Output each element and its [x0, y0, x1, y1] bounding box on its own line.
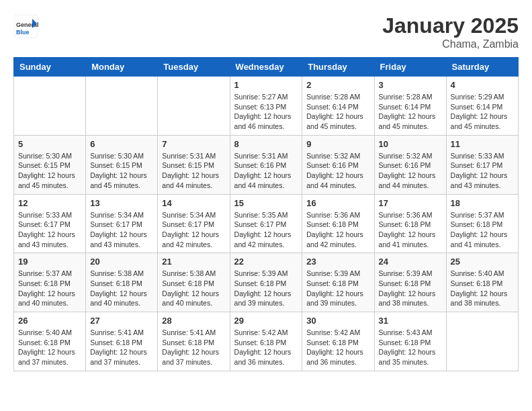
weekday-header-thursday: Thursday	[302, 58, 374, 77]
calendar-cell: 28Sunrise: 5:41 AMSunset: 6:18 PMDayligh…	[158, 312, 230, 371]
day-info: Sunrise: 5:28 AMSunset: 6:14 PMDaylight:…	[379, 92, 442, 132]
day-number: 26	[18, 316, 81, 326]
day-number: 18	[451, 198, 514, 208]
calendar-week-row: 1Sunrise: 5:27 AMSunset: 6:13 PMDaylight…	[14, 77, 519, 136]
weekday-header-saturday: Saturday	[446, 58, 518, 77]
day-number: 13	[90, 198, 153, 208]
calendar-cell: 14Sunrise: 5:34 AMSunset: 6:17 PMDayligh…	[158, 194, 230, 253]
weekday-header-wednesday: Wednesday	[230, 58, 302, 77]
calendar-cell	[14, 77, 86, 136]
month-title: January 2025	[382, 13, 519, 38]
day-info: Sunrise: 5:39 AMSunset: 6:18 PMDaylight:…	[379, 269, 442, 308]
logo-icon: General Blue	[13, 13, 39, 39]
day-info: Sunrise: 5:32 AMSunset: 6:16 PMDaylight:…	[306, 151, 369, 191]
calendar-cell: 26Sunrise: 5:40 AMSunset: 6:18 PMDayligh…	[14, 312, 86, 371]
calendar-week-row: 5Sunrise: 5:30 AMSunset: 6:15 PMDaylight…	[14, 135, 519, 194]
day-number: 27	[90, 316, 153, 326]
calendar-cell: 18Sunrise: 5:37 AMSunset: 6:18 PMDayligh…	[446, 194, 518, 253]
calendar-week-row: 26Sunrise: 5:40 AMSunset: 6:18 PMDayligh…	[14, 312, 519, 371]
calendar-cell: 17Sunrise: 5:36 AMSunset: 6:18 PMDayligh…	[374, 194, 446, 253]
calendar-cell: 23Sunrise: 5:39 AMSunset: 6:18 PMDayligh…	[302, 253, 374, 312]
day-number: 3	[379, 80, 442, 90]
day-number: 23	[306, 257, 369, 267]
calendar-cell: 5Sunrise: 5:30 AMSunset: 6:15 PMDaylight…	[14, 135, 86, 194]
calendar-cell: 15Sunrise: 5:35 AMSunset: 6:17 PMDayligh…	[230, 194, 302, 253]
location-title: Chama, Zambia	[382, 38, 519, 50]
weekday-header-sunday: Sunday	[14, 58, 86, 77]
day-number: 5	[18, 139, 81, 149]
day-info: Sunrise: 5:40 AMSunset: 6:18 PMDaylight:…	[18, 328, 81, 367]
calendar-cell: 1Sunrise: 5:27 AMSunset: 6:13 PMDaylight…	[230, 77, 302, 136]
day-number: 6	[90, 139, 153, 149]
day-info: Sunrise: 5:36 AMSunset: 6:18 PMDaylight:…	[306, 210, 369, 250]
day-info: Sunrise: 5:42 AMSunset: 6:18 PMDaylight:…	[234, 328, 298, 367]
calendar-cell: 30Sunrise: 5:42 AMSunset: 6:18 PMDayligh…	[302, 312, 374, 371]
day-number: 1	[234, 80, 298, 90]
day-number: 31	[379, 316, 442, 326]
day-number: 9	[306, 139, 369, 149]
calendar-cell: 16Sunrise: 5:36 AMSunset: 6:18 PMDayligh…	[302, 194, 374, 253]
day-info: Sunrise: 5:37 AMSunset: 6:18 PMDaylight:…	[18, 269, 81, 308]
svg-text:Blue: Blue	[16, 29, 30, 36]
day-info: Sunrise: 5:41 AMSunset: 6:18 PMDaylight:…	[162, 328, 225, 367]
day-info: Sunrise: 5:42 AMSunset: 6:18 PMDaylight:…	[306, 328, 369, 367]
day-info: Sunrise: 5:34 AMSunset: 6:17 PMDaylight:…	[162, 210, 225, 250]
day-number: 8	[234, 139, 298, 149]
day-number: 28	[162, 316, 225, 326]
calendar-cell: 11Sunrise: 5:33 AMSunset: 6:17 PMDayligh…	[446, 135, 518, 194]
calendar-week-row: 12Sunrise: 5:33 AMSunset: 6:17 PMDayligh…	[14, 194, 519, 253]
title-block: January 2025 Chama, Zambia	[382, 13, 519, 50]
calendar-cell: 21Sunrise: 5:38 AMSunset: 6:18 PMDayligh…	[158, 253, 230, 312]
day-info: Sunrise: 5:40 AMSunset: 6:18 PMDaylight:…	[451, 269, 514, 308]
calendar-cell: 10Sunrise: 5:32 AMSunset: 6:16 PMDayligh…	[374, 135, 446, 194]
day-number: 21	[162, 257, 225, 267]
day-number: 4	[451, 80, 514, 90]
day-info: Sunrise: 5:33 AMSunset: 6:17 PMDaylight:…	[451, 151, 514, 191]
day-info: Sunrise: 5:39 AMSunset: 6:18 PMDaylight:…	[306, 269, 369, 308]
day-info: Sunrise: 5:38 AMSunset: 6:18 PMDaylight:…	[162, 269, 225, 308]
day-info: Sunrise: 5:37 AMSunset: 6:18 PMDaylight:…	[451, 210, 514, 250]
weekday-header-friday: Friday	[374, 58, 446, 77]
calendar-cell	[446, 312, 518, 371]
day-number: 2	[306, 80, 369, 90]
calendar-week-row: 19Sunrise: 5:37 AMSunset: 6:18 PMDayligh…	[14, 253, 519, 312]
day-info: Sunrise: 5:30 AMSunset: 6:15 PMDaylight:…	[18, 151, 81, 191]
calendar-cell: 31Sunrise: 5:43 AMSunset: 6:18 PMDayligh…	[374, 312, 446, 371]
day-number: 7	[162, 139, 225, 149]
day-number: 12	[18, 198, 81, 208]
day-info: Sunrise: 5:28 AMSunset: 6:14 PMDaylight:…	[306, 92, 369, 132]
day-info: Sunrise: 5:30 AMSunset: 6:15 PMDaylight:…	[90, 151, 153, 191]
day-number: 11	[451, 139, 514, 149]
day-info: Sunrise: 5:43 AMSunset: 6:18 PMDaylight:…	[379, 328, 442, 367]
calendar-cell: 25Sunrise: 5:40 AMSunset: 6:18 PMDayligh…	[446, 253, 518, 312]
calendar-cell: 29Sunrise: 5:42 AMSunset: 6:18 PMDayligh…	[230, 312, 302, 371]
calendar-cell: 20Sunrise: 5:38 AMSunset: 6:18 PMDayligh…	[86, 253, 158, 312]
day-info: Sunrise: 5:31 AMSunset: 6:15 PMDaylight:…	[162, 151, 225, 191]
day-info: Sunrise: 5:27 AMSunset: 6:13 PMDaylight:…	[234, 92, 298, 132]
calendar-cell: 24Sunrise: 5:39 AMSunset: 6:18 PMDayligh…	[374, 253, 446, 312]
day-number: 10	[379, 139, 442, 149]
weekday-header-monday: Monday	[86, 58, 158, 77]
day-number: 20	[90, 257, 153, 267]
calendar-header-row: SundayMondayTuesdayWednesdayThursdayFrid…	[14, 58, 519, 77]
page-header: General Blue January 2025 Chama, Zambia	[13, 13, 519, 50]
day-number: 30	[306, 316, 369, 326]
calendar-cell: 3Sunrise: 5:28 AMSunset: 6:14 PMDaylight…	[374, 77, 446, 136]
day-info: Sunrise: 5:34 AMSunset: 6:17 PMDaylight:…	[90, 210, 153, 250]
day-info: Sunrise: 5:39 AMSunset: 6:18 PMDaylight:…	[234, 269, 298, 308]
calendar-cell	[86, 77, 158, 136]
weekday-header-tuesday: Tuesday	[158, 58, 230, 77]
day-info: Sunrise: 5:29 AMSunset: 6:14 PMDaylight:…	[451, 92, 514, 132]
calendar-cell: 27Sunrise: 5:41 AMSunset: 6:18 PMDayligh…	[86, 312, 158, 371]
calendar-cell: 7Sunrise: 5:31 AMSunset: 6:15 PMDaylight…	[158, 135, 230, 194]
calendar-cell: 6Sunrise: 5:30 AMSunset: 6:15 PMDaylight…	[86, 135, 158, 194]
day-info: Sunrise: 5:31 AMSunset: 6:16 PMDaylight:…	[234, 151, 298, 191]
day-info: Sunrise: 5:32 AMSunset: 6:16 PMDaylight:…	[379, 151, 442, 191]
calendar-cell: 8Sunrise: 5:31 AMSunset: 6:16 PMDaylight…	[230, 135, 302, 194]
day-number: 15	[234, 198, 298, 208]
day-number: 22	[234, 257, 298, 267]
day-info: Sunrise: 5:38 AMSunset: 6:18 PMDaylight:…	[90, 269, 153, 308]
day-info: Sunrise: 5:35 AMSunset: 6:17 PMDaylight:…	[234, 210, 298, 250]
day-number: 29	[234, 316, 298, 326]
day-number: 25	[451, 257, 514, 267]
